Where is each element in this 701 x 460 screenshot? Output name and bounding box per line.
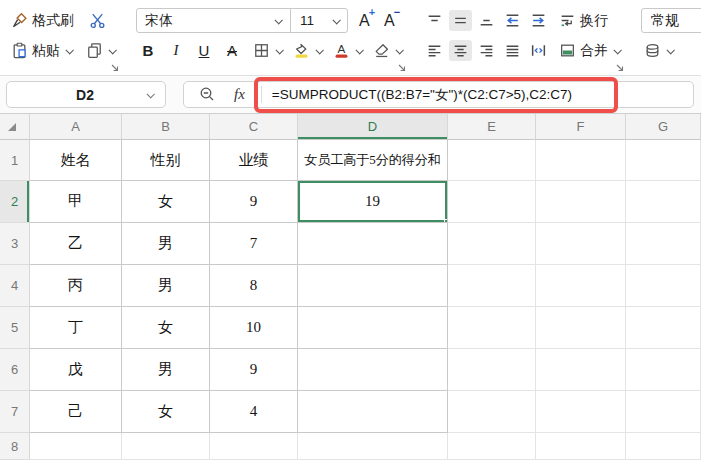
- cell-D8[interactable]: [298, 433, 448, 460]
- justify-button[interactable]: [501, 40, 524, 61]
- cell-F6[interactable]: [536, 349, 626, 391]
- cell-G4[interactable]: [626, 265, 701, 307]
- borders-button[interactable]: [250, 40, 287, 61]
- select-all-corner[interactable]: [0, 114, 30, 140]
- format-painter-button[interactable]: 格式刷: [8, 10, 77, 32]
- cell-E4[interactable]: [448, 265, 536, 307]
- cell-G3[interactable]: [626, 223, 701, 265]
- cell-B4[interactable]: 男: [122, 265, 210, 307]
- bold-button[interactable]: B: [136, 39, 160, 63]
- fill-color-button[interactable]: [290, 40, 327, 61]
- cell-F8[interactable]: [536, 433, 626, 460]
- row-header-3[interactable]: 3: [0, 223, 30, 265]
- font-color-button[interactable]: A: [330, 40, 367, 61]
- name-box[interactable]: D2: [6, 81, 166, 108]
- cut-button[interactable]: [86, 10, 109, 31]
- align-left-button[interactable]: [423, 40, 446, 61]
- cell-A8[interactable]: [30, 433, 122, 460]
- shrink-font-button[interactable]: A−: [381, 8, 404, 32]
- copy-button[interactable]: [83, 40, 120, 61]
- cell-B7[interactable]: 女: [122, 391, 210, 433]
- align-center-button[interactable]: [449, 40, 472, 61]
- cell-D6[interactable]: [298, 349, 448, 391]
- decrease-indent-button[interactable]: [501, 10, 524, 31]
- cell-C5[interactable]: 10: [210, 307, 298, 349]
- italic-button[interactable]: I: [164, 39, 188, 63]
- cell-C8[interactable]: [210, 433, 298, 460]
- cell-C6[interactable]: 9: [210, 349, 298, 391]
- distributed-button[interactable]: [527, 40, 550, 61]
- cell-C2[interactable]: 9: [210, 181, 298, 223]
- row-header-6[interactable]: 6: [0, 349, 30, 391]
- font-size-select[interactable]: 11: [291, 9, 347, 32]
- column-header-G[interactable]: G: [626, 114, 701, 140]
- magnifier-minus-icon[interactable]: [199, 86, 216, 103]
- font-name-select[interactable]: 宋体: [137, 9, 290, 32]
- cell-D1[interactable]: 女员工高于5分的得分和: [298, 140, 448, 181]
- cell-B8[interactable]: [122, 433, 210, 460]
- cell-B6[interactable]: 男: [122, 349, 210, 391]
- align-right-button[interactable]: [475, 40, 498, 61]
- cell-C1[interactable]: 业绩: [210, 140, 298, 181]
- cell-G2[interactable]: [626, 181, 701, 223]
- cell-A3[interactable]: 乙: [30, 223, 122, 265]
- column-header-C[interactable]: C: [210, 114, 298, 140]
- fill-handle[interactable]: [444, 219, 448, 223]
- cell-E7[interactable]: [448, 391, 536, 433]
- strikethrough-button[interactable]: A: [220, 39, 244, 63]
- align-top-button[interactable]: [423, 10, 446, 31]
- cell-E5[interactable]: [448, 307, 536, 349]
- row-header-7[interactable]: 7: [0, 391, 30, 433]
- align-bottom-button[interactable]: [475, 10, 498, 31]
- clear-format-button[interactable]: [370, 40, 407, 61]
- cell-F4[interactable]: [536, 265, 626, 307]
- cell-E2[interactable]: [448, 181, 536, 223]
- cell-B1[interactable]: 性别: [122, 140, 210, 181]
- cell-E3[interactable]: [448, 223, 536, 265]
- formula-input[interactable]: =SUMPRODUCT((B2:B7="女")*(C2:C7>5),C2:C7): [272, 86, 572, 104]
- cell-C4[interactable]: 8: [210, 265, 298, 307]
- underline-button[interactable]: U: [192, 39, 216, 63]
- cell-A2[interactable]: 甲: [30, 181, 122, 223]
- cell-A1[interactable]: 姓名: [30, 140, 122, 181]
- grow-font-button[interactable]: A+: [356, 8, 379, 32]
- cell-G1[interactable]: [626, 140, 701, 181]
- increase-indent-button[interactable]: [527, 10, 550, 31]
- row-header-8[interactable]: 8: [0, 433, 30, 460]
- cell-D7[interactable]: [298, 391, 448, 433]
- column-header-A[interactable]: A: [30, 114, 122, 140]
- cell-F2[interactable]: [536, 181, 626, 223]
- cell-D4[interactable]: [298, 265, 448, 307]
- cell-E8[interactable]: [448, 433, 536, 460]
- cell-D2-selected[interactable]: 19: [298, 181, 448, 223]
- cell-B2[interactable]: 女: [122, 181, 210, 223]
- row-header-1[interactable]: 1: [0, 140, 30, 181]
- row-header-4[interactable]: 4: [0, 265, 30, 307]
- column-header-D[interactable]: D: [298, 114, 448, 140]
- clipboard-dialog-launcher[interactable]: [110, 63, 120, 73]
- insert-function-button[interactable]: fx: [234, 86, 245, 103]
- cell-F3[interactable]: [536, 223, 626, 265]
- number-format-select[interactable]: 常规: [641, 8, 701, 33]
- cell-A6[interactable]: 戊: [30, 349, 122, 391]
- cell-A4[interactable]: 丙: [30, 265, 122, 307]
- cell-A5[interactable]: 丁: [30, 307, 122, 349]
- column-header-E[interactable]: E: [448, 114, 536, 140]
- cell-G5[interactable]: [626, 307, 701, 349]
- cell-E6[interactable]: [448, 349, 536, 391]
- cell-G6[interactable]: [626, 349, 701, 391]
- column-header-F[interactable]: F: [536, 114, 626, 140]
- cell-G8[interactable]: [626, 433, 701, 460]
- column-header-B[interactable]: B: [122, 114, 210, 140]
- wrap-text-button[interactable]: 换行: [556, 10, 611, 32]
- cell-C3[interactable]: 7: [210, 223, 298, 265]
- cell-F5[interactable]: [536, 307, 626, 349]
- alignment-dialog-launcher[interactable]: [615, 63, 625, 73]
- cell-A7[interactable]: 己: [30, 391, 122, 433]
- row-header-5[interactable]: 5: [0, 307, 30, 349]
- font-dialog-launcher[interactable]: [397, 63, 407, 73]
- merge-cells-button[interactable]: 合并: [556, 40, 625, 62]
- cell-E1[interactable]: [448, 140, 536, 181]
- cell-B5[interactable]: 女: [122, 307, 210, 349]
- align-middle-button[interactable]: [449, 10, 472, 31]
